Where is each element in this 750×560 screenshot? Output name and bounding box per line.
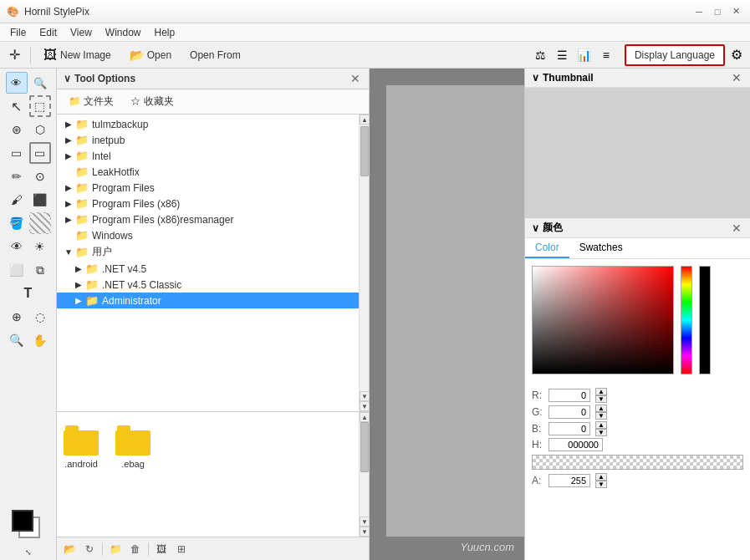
bottom-scroll-down2[interactable]: ▼ [360, 527, 369, 537]
lasso-tool[interactable]: ⊛ [6, 119, 28, 140]
folder-up-button[interactable]: 📂 [60, 540, 79, 558]
color-close[interactable]: ✕ [730, 221, 743, 235]
circle-tool[interactable]: ⊙ [29, 165, 51, 187]
open-from-button[interactable]: Open From [182, 46, 248, 64]
clone-tool[interactable]: ⊕ [6, 306, 28, 328]
menu-file[interactable]: File [3, 25, 33, 40]
open-button[interactable]: 📂 Open [122, 45, 179, 65]
rect-tool[interactable]: ▭ [6, 142, 28, 164]
scroll-down-arrow2[interactable]: ▼ [360, 401, 369, 411]
tree-item[interactable]: ▶ 📁 Program Files (x86) [57, 196, 359, 211]
refresh-button[interactable]: ↻ [80, 540, 99, 558]
zoom2-tool[interactable]: 🔍 [6, 329, 28, 351]
tree-item[interactable]: ▶ 📁 Program Files (x86)resmanager [57, 211, 359, 227]
green-down[interactable]: ▼ [595, 412, 607, 420]
files-tab[interactable]: 📁 文件夹 [64, 93, 119, 110]
text-tool[interactable]: T [18, 283, 39, 304]
color-tab-color[interactable]: Color [525, 238, 569, 258]
alpha-input[interactable] [548, 474, 590, 487]
rect2-tool[interactable]: ⬜ [6, 259, 28, 281]
tree-item[interactable]: ▶ 📁 inetpub [57, 132, 359, 148]
bookmarks-tab[interactable]: ☆ 收藏夹 [125, 93, 178, 110]
bottom-scroll-down[interactable]: ▼ [360, 517, 369, 527]
eye-tool[interactable]: 👁 [6, 72, 28, 94]
tree-item-selected[interactable]: ▶ 📁 Administrator [57, 293, 359, 308]
transform-tool[interactable]: ⧉ [29, 259, 51, 281]
table-icon[interactable]: ☰ [553, 45, 573, 65]
tree-item[interactable]: 📁 Windows [57, 227, 359, 243]
hue-strip[interactable] [681, 266, 692, 374]
menu-edit[interactable]: Edit [33, 25, 64, 40]
grid-view-button[interactable]: ⊞ [172, 540, 191, 558]
tool-options-close[interactable]: ✕ [349, 72, 362, 85]
tree-item[interactable]: ▶ 📁 Intel [57, 148, 359, 164]
rect-border-tool[interactable]: ▭ [29, 142, 51, 164]
blue-down[interactable]: ▼ [595, 429, 607, 436]
eye2-tool[interactable]: 👁 [6, 236, 28, 257]
tree-expander: ▶ [64, 151, 74, 161]
blur-tool[interactable]: ◌ [29, 306, 51, 328]
hand-tool[interactable]: ✋ [29, 329, 51, 351]
color-gradient[interactable] [532, 266, 674, 374]
cursor-tool-button[interactable]: ✛ [3, 44, 25, 66]
tree-item[interactable]: 📁 LeakHotfix [57, 164, 359, 180]
select-tool[interactable]: ↖ [6, 95, 28, 117]
blue-input[interactable] [548, 422, 590, 435]
delete-button[interactable]: 🗑 [126, 540, 145, 558]
green-row: G: ▲ ▼ [532, 405, 743, 420]
polygon-tool[interactable]: ⬡ [29, 119, 51, 140]
green-input[interactable] [548, 405, 590, 419]
tree-item[interactable]: ▶ 📁 .NET v4.5 Classic [57, 277, 359, 293]
bottom-scrollbar[interactable]: ▲ ▼ ▼ [359, 412, 369, 537]
red-up[interactable]: ▲ [595, 388, 607, 395]
hex-input[interactable] [548, 438, 603, 451]
menu-view[interactable]: View [64, 25, 99, 40]
hex-label: H: [532, 439, 543, 451]
alpha-up[interactable]: ▲ [595, 473, 607, 481]
adjust-icon[interactable]: ⚖ [531, 45, 551, 65]
scroll-thumb[interactable] [360, 126, 369, 176]
tree-item[interactable]: ▶ 📁 .NET v4.5 [57, 261, 359, 277]
thumbnail-close[interactable]: ✕ [730, 71, 743, 84]
new-image-button[interactable]: 🖼 New Image [36, 44, 119, 66]
list-icon[interactable]: ≡ [596, 45, 616, 65]
menu-window[interactable]: Window [99, 25, 148, 40]
tree-item[interactable]: ▶ 📁 Program Files [57, 180, 359, 196]
hatch-tool[interactable] [29, 212, 51, 234]
tree-item[interactable]: ▶ 📁 tulmzbackup [57, 116, 359, 132]
bottom-scroll-thumb[interactable] [360, 422, 369, 472]
rect-select-tool[interactable]: ⬚ [29, 95, 51, 117]
display-language-button[interactable]: Display Language [625, 44, 725, 66]
minimize-button[interactable]: ─ [691, 4, 707, 19]
pattern-tool[interactable]: ⬛ [29, 189, 51, 211]
fill-tool[interactable]: 🪣 [6, 212, 28, 234]
foreground-color-swatch[interactable] [12, 510, 33, 532]
tree-scrollbar[interactable]: ▲ ▼ ▼ [359, 115, 369, 411]
settings-icon[interactable]: ⚙ [727, 45, 747, 65]
color-tab-swatches[interactable]: Swatches [569, 238, 633, 258]
file-icon-ebag[interactable]: .ebag [115, 425, 151, 469]
new-folder-button[interactable]: 📁 [106, 540, 125, 558]
menu-help[interactable]: Help [148, 25, 182, 40]
maximize-button[interactable]: □ [710, 4, 725, 19]
brush-tool[interactable]: 🖌 [6, 189, 28, 211]
pencil-tool[interactable]: ✏ [6, 165, 28, 187]
gradient-dark [533, 267, 673, 374]
tree-item-label: Intel [92, 150, 111, 162]
green-up[interactable]: ▲ [595, 405, 607, 412]
sun-tool[interactable]: ☀ [29, 236, 51, 257]
file-icon-android[interactable]: .android [64, 425, 99, 469]
chart-icon[interactable]: 📊 [574, 45, 594, 65]
zoom-tool[interactable]: 🔍 [29, 72, 51, 94]
close-button[interactable]: ✕ [728, 4, 743, 19]
red-down[interactable]: ▼ [595, 395, 607, 403]
tree-item[interactable]: ▼ 📁 用户 [57, 243, 359, 261]
scroll-up-arrow[interactable]: ▲ [360, 115, 369, 125]
add-to-canvas-button[interactable]: 🖼 [152, 540, 171, 558]
red-input[interactable] [548, 389, 590, 402]
blue-up[interactable]: ▲ [595, 421, 607, 429]
bottom-scroll-up[interactable]: ▲ [360, 412, 369, 422]
scroll-down-arrow[interactable]: ▼ [360, 391, 369, 401]
alpha-down[interactable]: ▼ [595, 481, 607, 488]
file-icon-label: .ebag [121, 459, 145, 469]
